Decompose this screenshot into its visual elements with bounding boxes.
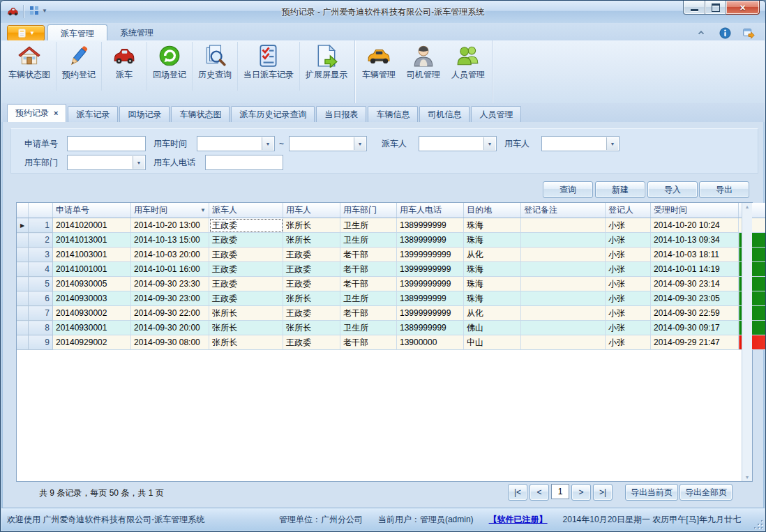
col-use-dept[interactable]: 用车部门 bbox=[340, 203, 397, 218]
registrar-cell[interactable]: 小张 bbox=[606, 248, 651, 262]
accept-time-cell[interactable]: 2014-10-13 09:34 bbox=[651, 233, 739, 248]
registrar-cell[interactable]: 小张 bbox=[606, 218, 651, 233]
user-phone-cell[interactable]: 1389999999 bbox=[397, 291, 464, 306]
maximize-button[interactable] bbox=[705, 1, 726, 15]
accept-time-cell[interactable]: 2014-09-29 21:47 bbox=[651, 335, 739, 350]
dispatcher-cell[interactable]: 王政委 bbox=[209, 291, 283, 306]
ribbon-tab-dispatch-management[interactable]: 派车管理 bbox=[47, 24, 107, 42]
row-indicator-cell[interactable] bbox=[17, 262, 29, 277]
vertical-scrollbar[interactable]: ▲ ▼ bbox=[742, 203, 752, 481]
dispatcher-select[interactable]: ▼ bbox=[419, 136, 497, 151]
user-phone-cell[interactable]: 13999999999 bbox=[397, 306, 464, 321]
col-remark[interactable]: 登记备注 bbox=[521, 203, 606, 218]
export-current-page-button[interactable]: 导出当前页 bbox=[625, 484, 678, 501]
remark-cell[interactable] bbox=[521, 233, 606, 248]
doc-tab[interactable]: 人员管理 bbox=[471, 106, 521, 122]
accept-time-cell[interactable]: 2014-10-01 14:19 bbox=[651, 262, 739, 277]
row-indicator-cell[interactable] bbox=[17, 248, 29, 262]
dispatcher-cell[interactable]: 王政委 bbox=[209, 248, 283, 262]
col-registrar[interactable]: 登记人 bbox=[606, 203, 651, 218]
table-row[interactable]: 8 20140930001 2014-09-30 20:00 张所长 张所长 卫… bbox=[17, 321, 766, 335]
row-number-cell[interactable]: 8 bbox=[29, 321, 53, 335]
destination-cell[interactable]: 从化 bbox=[464, 306, 521, 321]
use-dept-cell[interactable]: 卫生所 bbox=[340, 218, 397, 233]
destination-cell[interactable]: 佛山 bbox=[464, 321, 521, 335]
col-use-time[interactable]: 用车时间▼ bbox=[131, 203, 209, 218]
table-row[interactable]: 7 20140930002 2014-09-30 22:00 张所长 王政委 老… bbox=[17, 306, 766, 321]
remark-cell[interactable] bbox=[521, 218, 606, 233]
row-number-cell[interactable]: 9 bbox=[29, 335, 53, 350]
doc-tab[interactable]: 车辆信息 bbox=[368, 106, 418, 122]
accept-time-cell[interactable]: 2014-09-30 22:59 bbox=[651, 306, 739, 321]
remark-cell[interactable] bbox=[521, 321, 606, 335]
user-phone-cell[interactable]: 1389999999 bbox=[397, 233, 464, 248]
table-row[interactable]: 3 20141003001 2014-10-03 20:00 王政委 王政委 老… bbox=[17, 248, 766, 262]
table-row[interactable]: 2 20141013001 2014-10-13 15:00 王政委 张所长 卫… bbox=[17, 233, 766, 248]
car-user-cell[interactable]: 王政委 bbox=[283, 335, 340, 350]
accept-time-cell[interactable]: 2014-10-20 10:24 bbox=[651, 218, 739, 233]
use-dept-cell[interactable]: 卫生所 bbox=[340, 321, 397, 335]
use-dept-cell[interactable]: 老干部 bbox=[340, 248, 397, 262]
order-no-cell[interactable]: 20141001001 bbox=[53, 262, 131, 277]
row-number-cell[interactable]: 6 bbox=[29, 291, 53, 306]
order-no-cell[interactable]: 20140930003 bbox=[53, 291, 131, 306]
row-number-cell[interactable]: 3 bbox=[29, 248, 53, 262]
col-accept-time[interactable]: 受理时间 bbox=[651, 203, 739, 218]
export-all-pages-button[interactable]: 导出全部页 bbox=[679, 484, 733, 501]
export-button[interactable]: 导出 bbox=[699, 181, 749, 198]
use-time-cell[interactable]: 2014-09-30 22:00 bbox=[131, 306, 209, 321]
row-number-cell[interactable]: 2 bbox=[29, 233, 53, 248]
car-user-cell[interactable]: 张所长 bbox=[283, 218, 340, 233]
ribbon-button[interactable]: 扩展屏显示 bbox=[299, 42, 353, 91]
row-number-cell[interactable]: 1 bbox=[29, 218, 53, 233]
use-dept-cell[interactable]: 老干部 bbox=[340, 262, 397, 277]
use-time-cell[interactable]: 2014-10-13 15:00 bbox=[131, 233, 209, 248]
car-user-cell[interactable]: 王政委 bbox=[283, 306, 340, 321]
doc-tab[interactable]: 车辆状态图 bbox=[171, 106, 230, 122]
row-number-cell[interactable]: 5 bbox=[29, 277, 53, 291]
use-dept-cell[interactable]: 老干部 bbox=[340, 335, 397, 350]
new-button[interactable]: 新建 bbox=[595, 181, 645, 198]
doc-tab[interactable]: 派车记录 bbox=[68, 106, 118, 122]
row-number-cell[interactable]: 4 bbox=[29, 262, 53, 277]
registrar-cell[interactable]: 小张 bbox=[606, 262, 651, 277]
ribbon-button[interactable]: 人员管理 bbox=[446, 42, 490, 91]
accept-time-cell[interactable]: 2014-09-30 23:14 bbox=[651, 277, 739, 291]
last-page-button[interactable]: >| bbox=[593, 484, 613, 501]
use-time-from-select[interactable]: ▼ bbox=[197, 136, 275, 151]
col-order-no[interactable]: 申请单号 bbox=[53, 203, 131, 218]
use-time-cell[interactable]: 2014-09-30 20:00 bbox=[131, 321, 209, 335]
user-phone-cell[interactable]: 13999999999 bbox=[397, 277, 464, 291]
ribbon-button[interactable]: 派车 bbox=[101, 42, 147, 91]
col-dispatcher[interactable]: 派车人 bbox=[209, 203, 283, 218]
remark-cell[interactable] bbox=[521, 262, 606, 277]
ribbon-button[interactable]: 司机管理 bbox=[401, 42, 446, 91]
table-row[interactable]: 5 20140930005 2014-09-30 23:30 王政委 王政委 老… bbox=[17, 277, 766, 291]
ribbon-button[interactable]: 回场登记 bbox=[147, 42, 192, 91]
use-dept-cell[interactable]: 卫生所 bbox=[340, 233, 397, 248]
use-time-cell[interactable]: 2014-09-30 23:30 bbox=[131, 277, 209, 291]
row-indicator-cell[interactable] bbox=[17, 306, 29, 321]
use-time-cell[interactable]: 2014-10-20 13:00 bbox=[131, 218, 209, 233]
car-user-cell[interactable]: 张所长 bbox=[283, 233, 340, 248]
destination-cell[interactable]: 珠海 bbox=[464, 277, 521, 291]
dispatcher-cell[interactable]: 王政委 bbox=[209, 218, 283, 233]
prev-page-button[interactable]: < bbox=[530, 484, 549, 501]
registrar-cell[interactable]: 小张 bbox=[606, 321, 651, 335]
dispatcher-cell[interactable]: 王政委 bbox=[209, 277, 283, 291]
import-button[interactable]: 导入 bbox=[647, 181, 698, 198]
ribbon-button[interactable]: 历史查询 bbox=[192, 42, 237, 91]
order-no-cell[interactable]: 20140930002 bbox=[53, 306, 131, 321]
user-phone-cell[interactable]: 1389999999 bbox=[397, 321, 464, 335]
destination-cell[interactable]: 从化 bbox=[464, 248, 521, 262]
dispatcher-cell[interactable]: 张所长 bbox=[209, 321, 283, 335]
car-user-cell[interactable]: 王政委 bbox=[283, 277, 340, 291]
car-user-cell[interactable]: 王政委 bbox=[283, 248, 340, 262]
col-user-phone[interactable]: 用车人电话 bbox=[397, 203, 464, 218]
first-page-button[interactable]: |< bbox=[508, 484, 527, 501]
doc-tab[interactable]: 预约记录 × bbox=[7, 104, 66, 122]
dispatcher-cell[interactable]: 张所长 bbox=[209, 335, 283, 350]
registrar-cell[interactable]: 小张 bbox=[606, 291, 651, 306]
ribbon-button[interactable]: 当日派车记录 bbox=[237, 42, 299, 91]
sort-indicator-icon[interactable]: ▼ bbox=[200, 207, 206, 213]
